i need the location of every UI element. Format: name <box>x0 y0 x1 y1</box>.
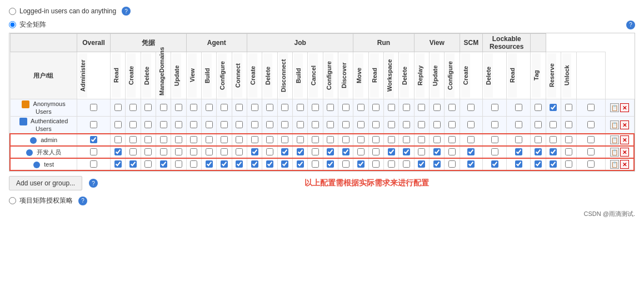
cb-test-29[interactable] <box>565 160 572 168</box>
cb-anon-2[interactable] <box>129 104 137 111</box>
cb-anon-4[interactable] <box>160 104 167 111</box>
delete-icon-authenticated[interactable]: ✕ <box>620 120 629 129</box>
cb-admin-6[interactable] <box>190 136 197 143</box>
cb-dev-5[interactable] <box>175 148 182 155</box>
cb-test-0[interactable] <box>90 160 97 168</box>
cb-test-23[interactable] <box>448 160 456 168</box>
cb-anon-16[interactable] <box>342 104 350 111</box>
cb-admin-11[interactable] <box>266 136 273 143</box>
cb-admin-18[interactable] <box>372 136 380 143</box>
cb-auth-2[interactable] <box>129 121 137 128</box>
cb-auth-8[interactable] <box>221 121 228 128</box>
cb-auth-1[interactable] <box>114 121 122 128</box>
cb-anon-26[interactable] <box>515 104 522 111</box>
cb-dev-17[interactable] <box>357 148 365 155</box>
cb-anon-20[interactable] <box>403 104 410 111</box>
cb-anon-28[interactable] <box>550 104 557 111</box>
cb-dev-11[interactable] <box>266 148 273 155</box>
cb-test-3[interactable] <box>144 160 152 168</box>
cb-test-27[interactable] <box>535 160 542 168</box>
cb-test-5[interactable] <box>175 160 182 168</box>
cb-dev-10[interactable] <box>251 148 258 155</box>
cb-admin-24[interactable] <box>467 136 475 143</box>
cb-anon-25[interactable] <box>491 104 498 111</box>
cb-admin-10[interactable] <box>251 136 258 143</box>
cb-test-15[interactable] <box>327 160 334 168</box>
cb-test-16[interactable] <box>342 160 350 168</box>
cb-test-30[interactable] <box>587 160 595 168</box>
cb-anon-7[interactable] <box>206 104 213 111</box>
cb-auth-17[interactable] <box>357 121 365 128</box>
delete-icon-admin[interactable]: ✕ <box>620 135 629 144</box>
cb-anon-27[interactable] <box>535 104 542 111</box>
cb-dev-27[interactable] <box>535 148 542 155</box>
cb-test-2[interactable] <box>129 160 137 168</box>
cb-admin-3[interactable] <box>144 136 152 143</box>
cb-dev-4[interactable] <box>160 148 167 155</box>
cb-test-20[interactable] <box>403 160 410 168</box>
cb-test-14[interactable] <box>312 160 319 168</box>
cb-admin-17[interactable] <box>357 136 365 143</box>
cb-dev-8[interactable] <box>221 148 228 155</box>
logged-in-radio[interactable] <box>9 8 16 15</box>
cb-anon-12[interactable] <box>281 104 288 111</box>
cb-test-8[interactable] <box>221 160 228 168</box>
cb-auth-11[interactable] <box>266 121 273 128</box>
cb-dev-1[interactable] <box>114 148 122 155</box>
cb-admin-12[interactable] <box>281 136 288 143</box>
cb-admin-4[interactable] <box>160 136 167 143</box>
cb-admin-30[interactable] <box>587 136 595 143</box>
cb-admin-23[interactable] <box>448 136 456 143</box>
delete-icon-developer[interactable]: ✕ <box>620 148 629 157</box>
cb-dev-7[interactable] <box>206 148 213 155</box>
cb-dev-24[interactable] <box>467 148 475 155</box>
cb-test-19[interactable] <box>388 160 395 168</box>
cb-admin-27[interactable] <box>535 136 542 143</box>
project-matrix-help-icon[interactable]: ? <box>78 197 87 205</box>
cb-dev-20[interactable] <box>403 148 410 155</box>
copy-icon-developer[interactable]: 📋 <box>610 148 619 157</box>
cb-admin-21[interactable] <box>418 136 425 143</box>
cb-admin-16[interactable] <box>342 136 350 143</box>
cb-dev-26[interactable] <box>515 148 522 155</box>
cb-test-25[interactable] <box>491 160 498 168</box>
cb-dev-13[interactable] <box>297 148 304 155</box>
cb-anon-13[interactable] <box>297 104 304 111</box>
copy-icon-anonymous[interactable]: 📋 <box>610 103 619 112</box>
cb-auth-9[interactable] <box>236 121 243 128</box>
cb-admin-13[interactable] <box>297 136 304 143</box>
cb-test-26[interactable] <box>515 160 522 168</box>
cb-anon-11[interactable] <box>266 104 273 111</box>
cb-auth-19[interactable] <box>388 121 395 128</box>
cb-anon-30[interactable] <box>587 104 595 111</box>
cb-test-17[interactable] <box>357 160 365 168</box>
cb-dev-22[interactable] <box>433 148 441 155</box>
cb-anon-19[interactable] <box>388 104 395 111</box>
cb-auth-10[interactable] <box>251 121 258 128</box>
cb-test-24[interactable] <box>467 160 475 168</box>
cb-admin-8[interactable] <box>221 136 228 143</box>
cb-test-6[interactable] <box>190 160 197 168</box>
cb-admin-7[interactable] <box>206 136 213 143</box>
cb-anon-9[interactable] <box>236 104 243 111</box>
logged-in-help-icon[interactable]: ? <box>122 7 131 16</box>
cb-admin-2[interactable] <box>129 136 137 143</box>
cb-auth-6[interactable] <box>190 121 197 128</box>
cb-test-4[interactable] <box>160 160 167 168</box>
cb-auth-24[interactable] <box>467 121 475 128</box>
cb-auth-23[interactable] <box>448 121 456 128</box>
add-user-help-icon[interactable]: ? <box>89 179 98 188</box>
cb-test-22[interactable] <box>433 160 441 168</box>
cb-anon-17[interactable] <box>357 104 365 111</box>
cb-auth-12[interactable] <box>281 121 288 128</box>
cb-dev-28[interactable] <box>550 148 557 155</box>
cb-auth-15[interactable] <box>327 121 334 128</box>
cb-auth-29[interactable] <box>565 121 572 128</box>
cb-dev-18[interactable] <box>372 148 380 155</box>
cb-anon-24[interactable] <box>467 104 475 111</box>
copy-icon-test[interactable]: 📋 <box>610 160 619 169</box>
cb-auth-28[interactable] <box>550 121 557 128</box>
cb-auth-18[interactable] <box>372 121 380 128</box>
cb-admin-22[interactable] <box>433 136 441 143</box>
cb-auth-7[interactable] <box>206 121 213 128</box>
